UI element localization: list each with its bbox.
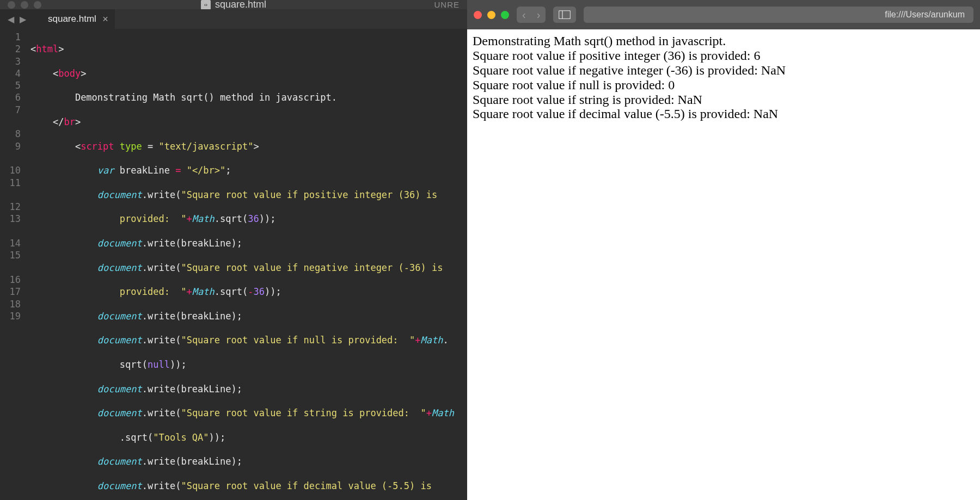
line-number: 2	[0, 43, 21, 55]
line-number	[0, 152, 21, 164]
line-number: 15	[0, 249, 21, 261]
line-number: 8	[0, 128, 21, 140]
editor-tab-row: square.html ×	[0, 9, 467, 29]
output-line: Demonstrating Math sqrt() method in java…	[473, 34, 975, 48]
address-bar-container: file:///Users/arunkum	[584, 7, 973, 23]
line-number: 18	[0, 298, 21, 310]
line-number: 5	[0, 79, 21, 91]
line-number: 14	[0, 237, 21, 249]
line-number	[0, 225, 21, 237]
file-icon	[201, 0, 211, 10]
line-number	[0, 262, 21, 274]
nav-back-icon[interactable]: ◀	[5, 13, 16, 26]
output-line: Square root value if decimal value (-5.5…	[473, 107, 975, 121]
line-number: 1	[0, 31, 21, 43]
minimize-window-button[interactable]	[487, 11, 495, 19]
line-number: 10	[0, 164, 21, 176]
line-number	[0, 116, 21, 128]
output-line: Square root value if negative integer (-…	[473, 63, 975, 78]
maximize-window-button[interactable]	[501, 11, 509, 19]
unregistered-label: UNRE	[434, 0, 460, 9]
line-number: 19	[0, 310, 21, 322]
line-number: 16	[0, 274, 21, 286]
output-line: Square root value if positive integer (3…	[473, 48, 975, 63]
close-icon[interactable]: ×	[102, 14, 108, 25]
address-bar-url: file:///Users/arunkum	[885, 10, 965, 20]
line-number: 7	[0, 104, 21, 116]
line-gutter: 1 2 3 4 5 6 7 8 9 10 11 12 13 14 15	[0, 31, 27, 500]
svg-rect-0	[559, 11, 571, 19]
traffic-dot[interactable]	[21, 1, 28, 9]
sidebar-icon	[559, 10, 571, 19]
line-number: 9	[0, 140, 21, 152]
show-sidebar-button[interactable]	[553, 7, 576, 23]
browser-window: ‹ › file:///Users/arunkum Demonstrating …	[467, 0, 980, 500]
line-number: 6	[0, 91, 21, 103]
line-number	[0, 189, 21, 201]
close-window-button[interactable]	[474, 11, 482, 19]
line-number: 11	[0, 177, 21, 189]
output-line: Square root value if null is provided: 0	[473, 78, 975, 92]
editor-nav-arrows: ◀ ▶	[5, 13, 28, 26]
browser-back-icon[interactable]: ‹	[517, 9, 531, 20]
editor-traffic-lights	[8, 1, 41, 9]
editor-window: square.html UNRE ◀ ▶ square.html × 1	[0, 0, 467, 500]
browser-viewport[interactable]: Demonstrating Math sqrt() method in java…	[467, 29, 980, 500]
browser-forward-icon[interactable]: ›	[531, 9, 546, 20]
browser-traffic-lights	[474, 11, 509, 19]
nav-forward-icon[interactable]: ▶	[17, 13, 28, 26]
line-number: 12	[0, 201, 21, 213]
code-content[interactable]: <html> <body> Demonstrating Math sqrt() …	[27, 31, 467, 500]
editor-titlebar: square.html UNRE	[0, 0, 467, 9]
line-number: 3	[0, 55, 21, 67]
line-number: 4	[0, 67, 21, 79]
traffic-dot[interactable]	[8, 1, 15, 9]
line-number: 17	[0, 286, 21, 298]
editor-tab-label: square.html	[48, 14, 96, 24]
address-bar[interactable]: file:///Users/arunkum	[584, 7, 973, 23]
editor-tab-active[interactable]: square.html ×	[37, 9, 115, 29]
traffic-dot[interactable]	[34, 1, 41, 9]
line-number: 13	[0, 213, 21, 225]
browser-toolbar: ‹ › file:///Users/arunkum	[467, 0, 980, 29]
output-line: Square root value if string is provided:…	[473, 92, 975, 107]
code-area[interactable]: 1 2 3 4 5 6 7 8 9 10 11 12 13 14 15	[0, 29, 467, 500]
tab-shelf	[115, 9, 467, 29]
browser-nav-buttons: ‹ ›	[517, 7, 546, 23]
